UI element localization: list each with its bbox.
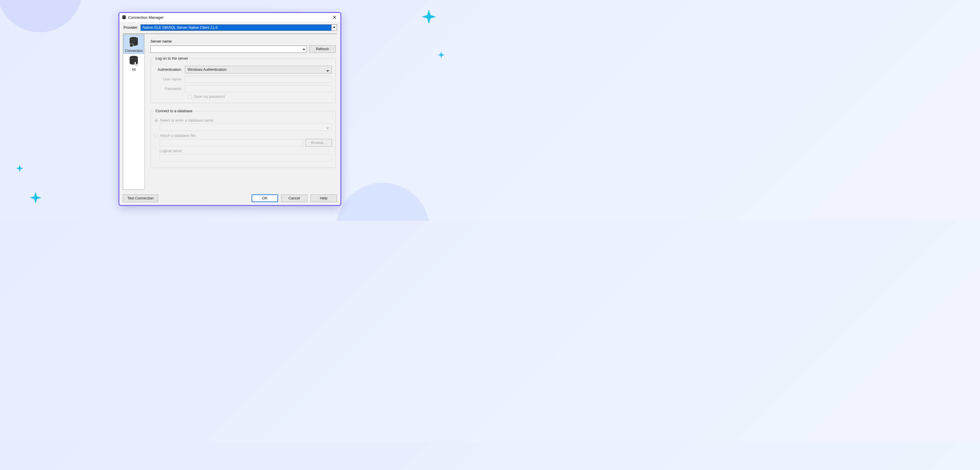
authentication-label: Authentication: [154,68,185,71]
database-legend: Connect to a database [154,109,194,113]
attach-database-radio [154,134,158,138]
chevron-down-icon [326,69,329,73]
body: Connection All Server name: [119,34,340,192]
sparkle-icon [438,51,444,58]
close-button[interactable] [331,14,338,21]
attach-database-label: Attach a database file: [160,133,196,138]
footer: Test Connection OK Cancel Help [119,192,340,205]
database-group: Connect to a database Select or enter a … [151,109,336,168]
provider-label: Provider: [124,25,138,30]
server-name-label: Server name: [151,40,173,43]
chevron-down-icon [326,126,329,130]
chevron-down-icon [331,25,337,30]
sidebar-item-label: Connection [124,49,144,53]
main-panel: Server name: Refresh Log on to the serve… [147,34,337,190]
authentication-select[interactable]: Windows Authentication [185,66,332,73]
database-plug-icon [124,37,144,48]
ok-button[interactable]: OK [251,194,278,202]
authentication-value: Windows Authentication [188,68,227,71]
provider-row: Provider: Native OLE DB\SQL Server Nativ… [119,22,340,33]
window-title: Connection Manager [128,15,331,20]
provider-select[interactable]: Native OLE DB\SQL Server Native Client 1… [140,24,337,31]
connection-manager-window: Connection Manager Provider: Native OLE … [118,12,341,206]
password-input [185,85,332,92]
sidebar-item-label: All [124,68,144,71]
background-circle-top-left [0,0,82,32]
svg-rect-3 [130,44,133,47]
server-name-row: Server name: [151,40,336,43]
database-icon [122,15,126,20]
svg-rect-5 [132,42,132,44]
server-name-combo[interactable] [151,46,307,53]
svg-point-0 [122,15,126,16]
database-wrench-icon [124,55,144,67]
browse-button: Browse... [305,139,332,146]
sparkle-icon [30,192,41,203]
sidebar-item-connection[interactable]: Connection [124,35,144,54]
select-database-radio [154,119,158,122]
password-label: Password: [154,87,185,91]
username-label: User name: [154,77,185,81]
sparkle-icon [16,165,23,172]
select-database-label: Select or enter a database name: [160,118,214,122]
sidebar-item-all[interactable]: All [124,54,144,73]
provider-value: Native OLE DB\SQL Server Native Client 1… [143,25,218,30]
logon-legend: Log on to the server [154,56,189,60]
username-input [185,76,332,83]
cancel-button[interactable]: Cancel [281,194,307,202]
svg-rect-4 [130,42,131,44]
help-button[interactable]: Help [310,194,337,202]
sparkle-icon [422,10,436,24]
svg-point-1 [130,37,138,40]
titlebar: Connection Manager [119,13,340,22]
database-name-combo [160,124,332,131]
save-password-checkbox [188,95,192,99]
logon-group: Log on to the server Authentication: Win… [151,56,336,103]
chevron-down-icon [302,48,305,52]
background-circle-bottom-right [336,183,430,221]
test-connection-button[interactable]: Test Connection [123,194,158,202]
attach-file-input [160,139,303,146]
logical-name-label: Logical name: [160,149,332,153]
sidebar: Connection All [123,34,145,190]
logical-name-input [160,154,332,161]
save-password-label: Save my password [194,95,225,99]
refresh-button[interactable]: Refresh [309,45,336,53]
svg-point-6 [130,56,138,59]
